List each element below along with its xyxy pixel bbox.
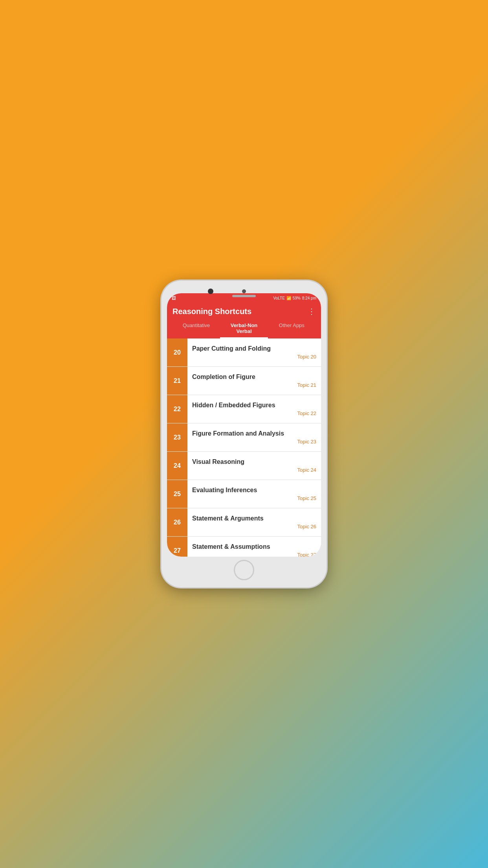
menu-icon[interactable]: ⋮ [308, 307, 316, 316]
list-item[interactable]: 21Completion of FigureTopic 21 [167, 367, 321, 395]
item-content: Hidden / Embedded FiguresTopic 22 [187, 395, 321, 423]
item-number: 23 [167, 423, 187, 451]
item-number: 21 [167, 367, 187, 395]
item-title: Completion of Figure [192, 373, 316, 381]
item-topic: Topic 27 [192, 552, 316, 557]
list-item[interactable]: 27Statement & AssumptionsTopic 27 [167, 537, 321, 557]
item-title: Statement & Arguments [192, 515, 316, 522]
item-number: 22 [167, 395, 187, 423]
item-title: Statement & Assumptions [192, 543, 316, 550]
item-title: Paper Cutting and Folding [192, 345, 316, 352]
item-title: Figure Formation and Analysis [192, 430, 316, 437]
item-number: 26 [167, 508, 187, 536]
list-item[interactable]: 22Hidden / Embedded FiguresTopic 22 [167, 395, 321, 423]
topics-list: 20Paper Cutting and FoldingTopic 2021Com… [167, 338, 321, 557]
time-display: 8:24 pm [302, 296, 316, 300]
item-number: 25 [167, 480, 187, 508]
phone-screen: 🖼 VoLTE 📶 59% 8:24 pm Reasoning Shortcut… [167, 293, 321, 557]
item-content: Completion of FigureTopic 21 [187, 367, 321, 395]
notification-icon: 🖼 [172, 296, 176, 300]
battery-text: 59% [293, 296, 301, 300]
status-left: 🖼 [172, 296, 176, 300]
item-content: Statement & AssumptionsTopic 27 [187, 537, 321, 557]
item-topic: Topic 24 [192, 467, 316, 473]
tab-verbal-non-verbal[interactable]: Verbal-Non Verbal [220, 319, 268, 338]
tab-quantitative[interactable]: Quantitative [172, 319, 220, 338]
list-item[interactable]: 24Visual ReasoningTopic 24 [167, 452, 321, 480]
item-content: Figure Formation and AnalysisTopic 23 [187, 423, 321, 451]
list-item[interactable]: 20Paper Cutting and FoldingTopic 20 [167, 338, 321, 367]
tab-other-apps[interactable]: Other Apps [268, 319, 316, 338]
item-topic: Topic 22 [192, 410, 316, 416]
item-topic: Topic 26 [192, 524, 316, 530]
item-content: Statement & ArgumentsTopic 26 [187, 508, 321, 536]
app-title: Reasoning Shortcuts [172, 307, 251, 316]
list-item[interactable]: 23Figure Formation and AnalysisTopic 23 [167, 423, 321, 452]
phone-frame: 🖼 VoLTE 📶 59% 8:24 pm Reasoning Shortcut… [161, 281, 327, 587]
camera-dot [242, 289, 246, 293]
status-right: VoLTE 📶 59% 8:24 pm [273, 296, 316, 300]
item-topic: Topic 23 [192, 439, 316, 445]
item-title: Evaluating Inferences [192, 487, 316, 494]
item-content: Paper Cutting and FoldingTopic 20 [187, 338, 321, 366]
home-button[interactable] [234, 560, 254, 580]
list-item[interactable]: 26Statement & ArgumentsTopic 26 [167, 508, 321, 537]
front-camera [208, 289, 213, 294]
app-header: Reasoning Shortcuts ⋮ Quantitative Verba… [167, 303, 321, 338]
item-content: Evaluating InferencesTopic 25 [187, 480, 321, 508]
item-content: Visual ReasoningTopic 24 [187, 452, 321, 480]
item-topic: Topic 25 [192, 495, 316, 501]
item-topic: Topic 21 [192, 382, 316, 388]
list-item[interactable]: 25Evaluating InferencesTopic 25 [167, 480, 321, 508]
speaker [232, 295, 256, 297]
item-title: Visual Reasoning [192, 458, 316, 465]
lte-label: VoLTE [273, 296, 285, 300]
item-title: Hidden / Embedded Figures [192, 402, 316, 409]
wifi-icon: 📶 [286, 296, 291, 300]
item-number: 27 [167, 537, 187, 557]
title-row: Reasoning Shortcuts ⋮ [172, 307, 316, 319]
item-number: 20 [167, 338, 187, 366]
tabs-row: Quantitative Verbal-Non Verbal Other App… [172, 319, 316, 338]
item-number: 24 [167, 452, 187, 480]
item-topic: Topic 20 [192, 354, 316, 360]
